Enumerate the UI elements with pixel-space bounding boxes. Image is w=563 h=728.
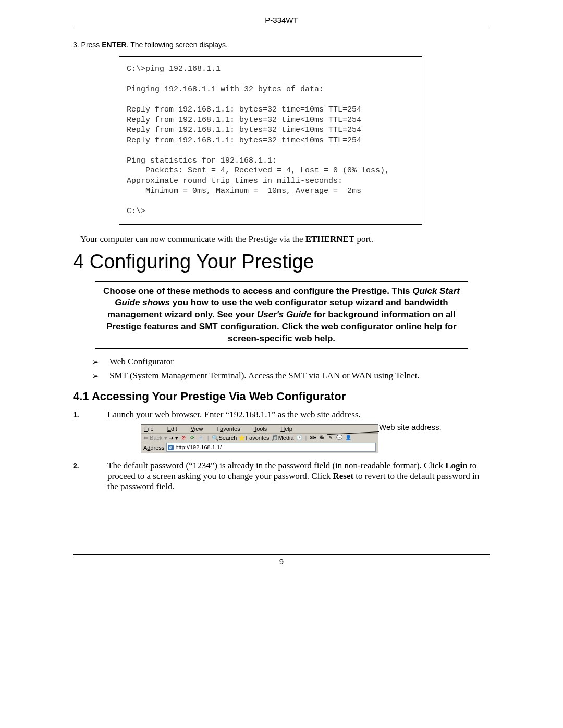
step-2: 2. The default password (“1234”) is alre… — [73, 461, 490, 492]
numbered-steps: 1. Launch your web browser. Enter “192.1… — [73, 410, 490, 420]
print-icon[interactable]: 🖶 — [318, 434, 325, 441]
bullet-arrow-icon: ➢ — [92, 371, 109, 381]
step-3-text: 3. Press ENTER. The following screen dis… — [73, 41, 490, 49]
stop-icon[interactable]: ⊘ — [180, 434, 187, 441]
mail-icon[interactable]: ✉▾ — [309, 434, 316, 441]
menu-help[interactable]: Help — [280, 426, 299, 432]
bullet-arrow-icon: ➢ — [92, 356, 109, 367]
method-bullets: ➢ Web Configurator ➢ SMT (System Managem… — [92, 356, 490, 381]
search-label: Search — [219, 435, 237, 441]
menu-view[interactable]: View — [191, 426, 210, 432]
ethernet-paragraph: Your computer can now communicate with t… — [80, 234, 490, 244]
step-2-a: The default password (“1234”) is already… — [107, 461, 445, 471]
back-button[interactable]: ⬅ Back ▾ — [143, 435, 167, 441]
step-3-suffix: . The following screen displays. — [127, 41, 228, 49]
step-1-text: Launch your web browser. Enter “192.168.… — [107, 410, 490, 420]
menu-favorites[interactable]: Favorites — [216, 426, 247, 432]
menu-tools[interactable]: Tools — [254, 426, 274, 432]
section-4-1-heading: 4.1 Accessing Your Prestige Via Web Conf… — [73, 390, 490, 403]
step-2-number: 2. — [73, 461, 107, 492]
menu-view-rest: iew — [194, 426, 203, 432]
bullet-web-configurator: ➢ Web Configurator — [92, 356, 490, 367]
address-label: Address — [143, 445, 164, 451]
forward-button[interactable]: ➔ ▾ — [169, 435, 178, 441]
header-rule — [73, 27, 490, 27]
page-number: 9 — [73, 557, 490, 566]
browser-screenshot: Web site address. File Edit View Favorit… — [141, 424, 378, 453]
favorites-button[interactable]: ⭐Favorites — [238, 435, 269, 441]
address-field[interactable]: http://192.168.1.1/ — [166, 443, 376, 452]
ethernet-post: port. — [354, 234, 373, 244]
browser-address-bar: Address http://192.168.1.1/ — [141, 442, 378, 453]
refresh-icon[interactable]: ⟳ — [189, 434, 196, 441]
step-3-enter: ENTER — [102, 41, 126, 49]
step-2-login: Login — [445, 461, 468, 471]
favorites-label: Favorites — [246, 435, 269, 441]
discuss-icon[interactable]: 💬 — [336, 434, 343, 441]
footer-rule — [73, 554, 490, 555]
menu-edit-rest: dit — [171, 426, 177, 432]
methods-callout: Choose one of these methods to access an… — [95, 281, 468, 350]
ie-page-icon — [168, 445, 174, 450]
menu-help-rest: elp — [285, 426, 292, 432]
browser-menubar: File Edit View Favorites Tools Help — [141, 425, 378, 434]
bullet-2-text: SMT (System Management Terminal). Access… — [109, 371, 420, 381]
back-label: Back — [150, 435, 162, 441]
bullet-1-text: Web Configurator — [109, 356, 174, 367]
media-button[interactable]: 🎵Media — [271, 435, 294, 441]
address-value: http://192.168.1.1/ — [175, 443, 222, 451]
ping-console-output: C:\>ping 192.168.1.1 Pinging 192.168.1.1… — [119, 56, 422, 225]
browser-toolbar: ⬅ Back ▾ ➔ ▾ ⊘ ⟳ ⌂ | 🔍Search ⭐Favorites … — [141, 434, 378, 442]
menu-tools-rest: ools — [256, 426, 267, 432]
step-1: 1. Launch your web browser. Enter “192.1… — [73, 410, 490, 420]
step-1-number: 1. — [73, 410, 107, 420]
step-2-reset: Reset — [333, 471, 353, 481]
menu-edit[interactable]: Edit — [167, 426, 184, 432]
callout-t1: Choose one of these methods to access an… — [103, 286, 412, 296]
home-icon[interactable]: ⌂ — [198, 434, 205, 441]
menu-file-rest: ile — [148, 426, 154, 432]
ethernet-bold: ETHERNET — [305, 234, 354, 244]
section-4-heading: 4 Configuring Your Prestige — [73, 251, 490, 273]
browser-callout-label: Web site address. — [379, 423, 452, 431]
ethernet-pre: Your computer can now communicate with t… — [80, 234, 305, 244]
messenger-icon[interactable]: 👤 — [345, 434, 352, 441]
callout-i2: User's Guide — [257, 310, 311, 319]
media-label: Media — [278, 435, 294, 441]
edit-icon[interactable]: ✎ ▾ — [327, 434, 334, 441]
numbered-steps-cont: 2. The default password (“1234”) is alre… — [73, 461, 490, 492]
search-button[interactable]: 🔍Search — [212, 435, 237, 441]
toolbar-separator: | — [207, 435, 209, 441]
menu-file[interactable]: File — [144, 426, 161, 432]
menu-fav-rest: vorites — [223, 426, 240, 432]
toolbar-separator: | — [305, 435, 307, 441]
history-icon[interactable]: 🕒 — [296, 434, 303, 441]
step-3-prefix: 3. Press — [73, 41, 102, 49]
step-2-text: The default password (“1234”) is already… — [107, 461, 490, 492]
document-header-model: P-334WT — [73, 16, 490, 24]
bullet-smt: ➢ SMT (System Management Terminal). Acce… — [92, 371, 490, 381]
